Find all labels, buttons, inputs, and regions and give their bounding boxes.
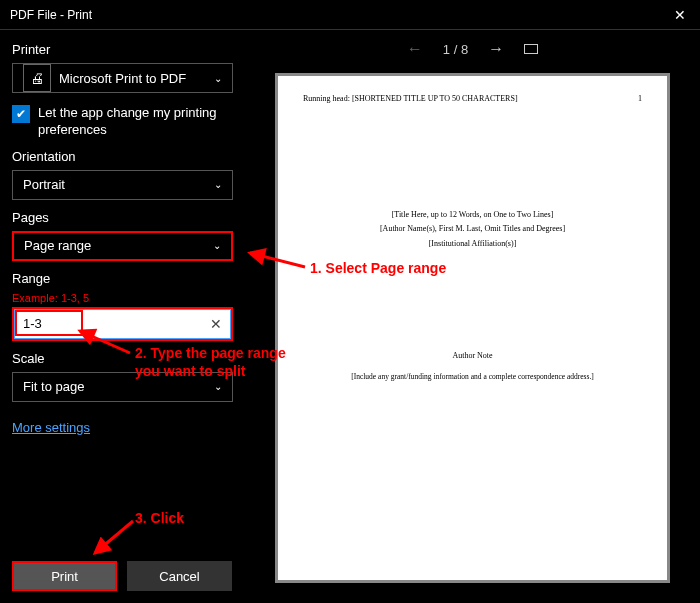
preview-frame: Running head: [SHORTENED TITLE UP TO 50 … [275, 73, 670, 583]
chevron-down-icon: ⌄ [213, 240, 221, 251]
scale-selected: Fit to page [23, 379, 214, 394]
printer-label: Printer [12, 42, 233, 57]
scale-dropdown[interactable]: Fit to page ⌄ [12, 372, 233, 402]
fullscreen-icon[interactable] [524, 44, 538, 54]
range-input[interactable] [23, 316, 210, 331]
doc-title: [Title Here, up to 12 Words, on One to T… [303, 208, 642, 222]
running-head: Running head: [SHORTENED TITLE UP TO 50 … [303, 94, 518, 103]
range-example: Example: 1-3, 5 [12, 292, 233, 304]
app-prefs-label: Let the app change my printing preferenc… [38, 105, 233, 139]
scale-label: Scale [12, 351, 233, 366]
preview-panel: ← 1 / 8 → Running head: [SHORTENED TITLE… [245, 30, 700, 603]
orientation-dropdown[interactable]: Portrait ⌄ [12, 170, 233, 200]
pager: ← 1 / 8 → [407, 40, 538, 58]
range-label: Range [12, 271, 233, 286]
orientation-selected: Portrait [23, 177, 214, 192]
close-icon[interactable]: ✕ [670, 7, 690, 23]
chevron-down-icon: ⌄ [214, 179, 222, 190]
window-title: PDF File - Print [10, 8, 670, 22]
page-indicator: 1 / 8 [443, 42, 468, 57]
range-input-wrap: ✕ [12, 307, 233, 341]
page-number: 1 [638, 94, 642, 103]
author-note-heading: Author Note [303, 351, 642, 360]
next-page-icon[interactable]: → [488, 40, 504, 58]
author-note-text: [Include any grant/funding information a… [303, 372, 642, 381]
printer-selected: Microsoft Print to PDF [59, 71, 214, 86]
pages-selected: Page range [24, 238, 213, 253]
pages-label: Pages [12, 210, 233, 225]
printer-dropdown[interactable]: 🖨 Microsoft Print to PDF ⌄ [12, 63, 233, 93]
document-page: Running head: [SHORTENED TITLE UP TO 50 … [278, 76, 667, 580]
prev-page-icon[interactable]: ← [407, 40, 423, 58]
orientation-label: Orientation [12, 149, 233, 164]
app-prefs-checkbox[interactable]: ✔ [12, 105, 30, 123]
pages-dropdown[interactable]: Page range ⌄ [12, 231, 233, 261]
doc-institution: [Institutional Affiliation(s)] [303, 237, 642, 251]
more-settings-link[interactable]: More settings [12, 420, 90, 435]
print-settings-panel: Printer 🖨 Microsoft Print to PDF ⌄ ✔ Let… [0, 30, 245, 603]
chevron-down-icon: ⌄ [214, 73, 222, 84]
printer-icon: 🖨 [23, 64, 51, 92]
cancel-button[interactable]: Cancel [127, 561, 232, 591]
doc-author: [Author Name(s), First M. Last, Omit Tit… [303, 222, 642, 236]
clear-icon[interactable]: ✕ [210, 316, 222, 332]
chevron-down-icon: ⌄ [214, 381, 222, 392]
print-button[interactable]: Print [12, 561, 117, 591]
titlebar: PDF File - Print ✕ [0, 0, 700, 30]
